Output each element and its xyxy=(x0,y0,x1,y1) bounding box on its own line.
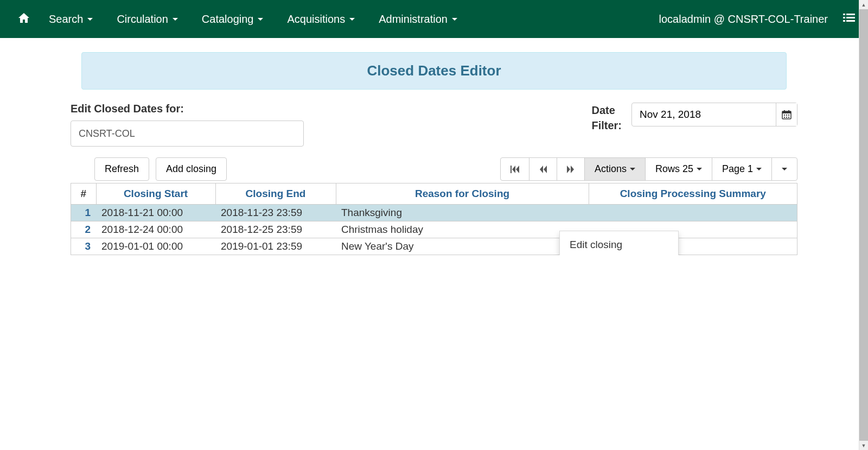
first-icon xyxy=(510,166,519,173)
col-header-start[interactable]: Closing Start xyxy=(96,183,215,205)
page-dropdown-button[interactable]: Page 1 xyxy=(712,157,772,181)
edit-for-label: Edit Closed Dates for: xyxy=(71,103,591,115)
col-header-num[interactable]: # xyxy=(71,183,96,205)
caret-down-icon xyxy=(258,18,263,21)
action-row: Refresh Add closing Actions Rows 25 Page… xyxy=(71,157,797,181)
svg-rect-3 xyxy=(846,17,855,18)
actions-label: Actions xyxy=(595,163,627,175)
top-navbar: Search Circulation Cataloging Acquisitio… xyxy=(0,0,868,38)
prev-icon xyxy=(539,166,547,173)
date-picker-button[interactable] xyxy=(776,103,797,126)
row-start: 2018-12-24 00:00 xyxy=(96,221,215,238)
row-reason: New Year's Day xyxy=(336,238,589,255)
col-header-end[interactable]: Closing End xyxy=(215,183,336,205)
date-filter-label-line1: Date xyxy=(591,103,622,118)
page-label: Page 1 xyxy=(722,163,753,175)
row-num: 2 xyxy=(71,221,96,238)
svg-rect-12 xyxy=(788,115,789,116)
svg-rect-7 xyxy=(782,111,791,113)
table-row[interactable]: 12018-11-21 00:002018-11-23 23:59Thanksg… xyxy=(71,205,797,221)
next-page-button[interactable] xyxy=(557,157,585,181)
scroll-up-icon: ▲ xyxy=(859,0,868,9)
user-label: localadmin @ CNSRT-COL-Trainer xyxy=(659,13,828,26)
refresh-button[interactable]: Refresh xyxy=(94,157,149,181)
nav-label: Acquisitions xyxy=(287,13,345,26)
nav-label: Cataloging xyxy=(202,13,254,26)
list-icon xyxy=(843,12,855,23)
svg-rect-4 xyxy=(843,20,845,22)
add-closing-button[interactable]: Add closing xyxy=(156,157,227,181)
table-header-row: # Closing Start Closing End Reason for C… xyxy=(71,183,797,205)
next-icon xyxy=(567,166,575,173)
first-page-button[interactable] xyxy=(500,157,529,181)
svg-rect-2 xyxy=(843,17,845,18)
caret-down-icon xyxy=(782,168,787,170)
table-row[interactable]: 22018-12-24 00:002018-12-25 23:59Christm… xyxy=(71,221,797,238)
closings-table: # Closing Start Closing End Reason for C… xyxy=(71,183,797,255)
caret-down-icon xyxy=(452,18,457,21)
rows-label: Rows 25 xyxy=(655,163,693,175)
svg-rect-13 xyxy=(784,117,785,118)
row-summary xyxy=(589,205,797,221)
hamburger-menu-button[interactable] xyxy=(841,10,857,28)
home-button[interactable] xyxy=(11,11,37,27)
navbar-right: localadmin @ CNSRT-COL-Trainer xyxy=(659,10,858,28)
svg-rect-0 xyxy=(843,14,845,15)
row-end: 2019-01-01 23:59 xyxy=(215,238,336,255)
svg-rect-16 xyxy=(510,166,512,173)
caret-down-icon xyxy=(87,18,93,21)
date-filter-input[interactable] xyxy=(632,103,776,126)
edit-closing-menuitem[interactable]: Edit closing xyxy=(560,234,678,255)
svg-rect-15 xyxy=(788,117,789,118)
nav-administration[interactable]: Administration xyxy=(367,13,469,26)
caret-down-icon xyxy=(173,18,178,21)
caret-down-icon xyxy=(630,168,635,170)
nav-search[interactable]: Search xyxy=(37,13,105,26)
caret-down-icon xyxy=(697,168,702,170)
nav-label: Administration xyxy=(379,13,448,26)
vertical-scrollbar[interactable]: ▲ ▼ xyxy=(859,0,868,255)
nav-circulation[interactable]: Circulation xyxy=(105,13,189,26)
rows-dropdown-button[interactable]: Rows 25 xyxy=(645,157,712,181)
nav-cataloging[interactable]: Cataloging xyxy=(190,13,276,26)
col-header-reason[interactable]: Reason for Closing xyxy=(336,183,589,205)
row-end: 2018-11-23 23:59 xyxy=(215,205,336,221)
actions-dropdown-menu: Edit closing Delete closing xyxy=(559,231,679,255)
date-filter-label: Date Filter: xyxy=(591,103,622,133)
home-icon xyxy=(17,11,30,24)
left-buttons: Refresh Add closing xyxy=(94,157,227,181)
main-container: Closed Dates Editor Edit Closed Dates fo… xyxy=(60,52,808,255)
date-filter-label-line2: Filter: xyxy=(591,118,622,133)
navbar-left: Search Circulation Cataloging Acquisitio… xyxy=(11,11,469,27)
scrollbar-thumb[interactable] xyxy=(859,9,868,255)
row-reason: Thanksgiving xyxy=(336,205,589,221)
page-title: Closed Dates Editor xyxy=(81,52,787,90)
date-filter-input-wrap xyxy=(631,103,797,126)
row-start: 2018-11-21 00:00 xyxy=(96,205,215,221)
row-end: 2018-12-25 23:59 xyxy=(215,221,336,238)
row-reason: Christmas holiday xyxy=(336,221,589,238)
caret-down-icon xyxy=(756,168,762,170)
row-num: 3 xyxy=(71,238,96,255)
controls-row: Edit Closed Dates for: Date Filter: xyxy=(71,103,797,147)
grid-toolbar: Actions Rows 25 Page 1 xyxy=(500,157,797,181)
nav-label: Circulation xyxy=(117,13,168,26)
date-filter-group: Date Filter: xyxy=(591,103,797,133)
svg-rect-8 xyxy=(784,110,785,112)
prev-page-button[interactable] xyxy=(529,157,557,181)
svg-rect-1 xyxy=(846,14,855,15)
nav-acquisitions[interactable]: Acquisitions xyxy=(275,13,367,26)
row-num: 1 xyxy=(71,205,96,221)
table-row[interactable]: 32019-01-01 00:002019-01-01 23:59New Yea… xyxy=(71,238,797,255)
col-header-summary[interactable]: Closing Processing Summary xyxy=(589,183,797,205)
actions-dropdown-button[interactable]: Actions xyxy=(584,157,646,181)
svg-rect-9 xyxy=(788,110,789,112)
grid-config-button[interactable] xyxy=(771,157,797,181)
caret-down-icon xyxy=(349,18,355,21)
org-unit-input[interactable] xyxy=(71,121,304,147)
svg-rect-14 xyxy=(786,117,787,118)
svg-rect-10 xyxy=(784,115,785,116)
svg-rect-11 xyxy=(786,115,787,116)
svg-rect-5 xyxy=(846,20,855,22)
calendar-icon xyxy=(782,110,792,119)
